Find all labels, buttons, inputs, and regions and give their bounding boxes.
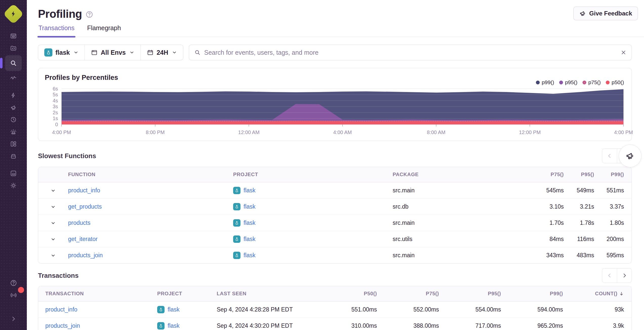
sidebar-item-releases[interactable] [5,150,22,162]
transactions-title: Transactions [38,272,78,280]
p75-value: 84ms [520,236,564,243]
p99-value: 200ms [594,236,632,243]
replays-history-clock-icon [10,116,17,123]
legend-item[interactable]: p50() [606,79,624,85]
alerts-siren-icon [10,128,17,135]
p95-value: 554.00ms [439,306,501,313]
search-input[interactable] [204,49,617,56]
p50-value: 310.00ms [315,322,377,329]
sidebar-item-explore[interactable] [5,55,22,71]
sidebar-item-alerts[interactable] [5,126,22,138]
chevron-down-icon [172,50,177,55]
give-feedback-button[interactable]: Give Feedback [573,7,638,20]
project-link[interactable]: flask [244,219,255,226]
expand-row-button[interactable] [38,253,68,258]
environment-selector[interactable]: All Envs [85,45,140,60]
p75-value: 388.00ms [377,322,439,329]
project-link[interactable]: flask [168,306,179,313]
function-link[interactable]: products [68,219,233,226]
y-axis-tick-label: 0 [55,122,58,127]
sidebar-item-dashboards[interactable] [5,138,22,150]
expand-row-button[interactable] [38,220,68,226]
sidebar-collapse-button[interactable] [7,313,19,325]
flask-platform-icon [157,322,165,329]
tab-transactions[interactable]: Transactions [38,24,75,37]
next-page-button[interactable] [617,268,632,283]
sort-desc-arrow-icon [619,291,624,296]
legend-label: p50() [612,79,624,85]
column-header: P95() [564,172,594,177]
legend-item[interactable]: p75() [582,79,601,85]
y-axis-tick-label: 1s [53,116,58,121]
tab-flamegraph[interactable]: Flamegraph [87,24,121,37]
search-icon [194,49,201,56]
sidebar-item-projects[interactable] [5,42,22,54]
give-feedback-label: Give Feedback [589,10,632,17]
sidebar-item-stats[interactable] [5,167,22,179]
megaphone-icon [625,151,635,161]
page-header: Profiling Give Feedback [38,0,632,20]
x-axis-tick-label: 8:00 PM [146,130,165,135]
column-header: P50() [315,291,377,297]
stats-bar-chart-icon [10,170,17,177]
project-selector[interactable]: flask [38,45,85,60]
environment-selector-label: All Envs [101,49,126,56]
project-link[interactable]: flask [244,203,255,210]
project-selector-label: flask [55,49,70,56]
whats-new-broadcast-icon [10,291,17,299]
profiles-by-percentiles-panel: Profiles by Percentiles p99()p95()p75()p… [38,68,632,141]
transaction-link[interactable]: products_join [38,322,157,329]
sidebar-item-whats-new[interactable] [5,289,22,301]
traces-zigzag-icon [10,75,17,82]
project-cell: flask [233,235,393,243]
project-cell: flask [233,252,393,259]
clear-search-icon[interactable] [620,49,627,56]
previous-page-button[interactable] [602,149,617,163]
y-axis-tick-label: 6s [53,86,58,91]
sidebar-item-help[interactable] [5,277,22,289]
date-range-selector[interactable]: 24H [140,45,183,60]
sidebar-item-issues[interactable] [5,30,22,42]
expand-row-button[interactable] [38,188,68,193]
column-header: PROJECT [157,291,217,297]
previous-page-button[interactable] [602,268,617,283]
page-help-icon[interactable] [86,11,93,18]
sidebar-item-traces[interactable] [5,72,22,84]
sidebar-item-feedback[interactable] [5,101,22,114]
table-row: products_joinflasksrc.main343ms483ms595m… [38,247,632,263]
function-link[interactable]: product_info [68,187,233,194]
transactions-pagination [602,268,632,283]
table-row: product_infoflaskSep 4, 2024 4:28:28 PM … [38,301,632,318]
project-link[interactable]: flask [244,252,255,259]
legend-item[interactable]: p99() [536,79,554,85]
x-axis-tick-label: 8:00 AM [427,130,445,135]
project-link[interactable]: flask [244,187,255,194]
sidebar-item-settings[interactable] [5,179,22,192]
p95-value: 1.78s [564,219,594,226]
column-header[interactable]: COUNT() [563,291,632,297]
active-nav-indicator [0,58,3,68]
table-row: get_iteratorflasksrc.utils84ms116ms200ms [38,231,632,247]
package-cell: src.main [393,187,520,194]
legend-label: p95() [565,79,577,85]
project-cell: flask [157,322,217,329]
function-link[interactable]: get_products [68,203,233,210]
p95-value: 549ms [564,187,594,194]
sidebar-item-quickstart[interactable] [5,89,22,101]
project-link[interactable]: flask [168,322,179,329]
sort-column-label: COUNT() [595,291,617,297]
releases-box-icon [10,153,17,160]
project-link[interactable]: flask [244,236,255,243]
org-logo[interactable] [3,4,24,24]
package-cell: src.db [393,203,520,210]
expand-row-button[interactable] [38,236,68,242]
sidebar-item-replays[interactable] [5,114,22,126]
legend-item[interactable]: p95() [559,79,577,85]
function-link[interactable]: products_join [68,252,233,259]
transaction-link[interactable]: product_info [38,306,157,313]
floating-feedback-button[interactable] [619,144,641,167]
function-link[interactable]: get_iterator [68,236,233,243]
flask-platform-icon [233,219,240,227]
expand-row-button[interactable] [38,204,68,210]
expand-chevron-icon [50,236,56,242]
